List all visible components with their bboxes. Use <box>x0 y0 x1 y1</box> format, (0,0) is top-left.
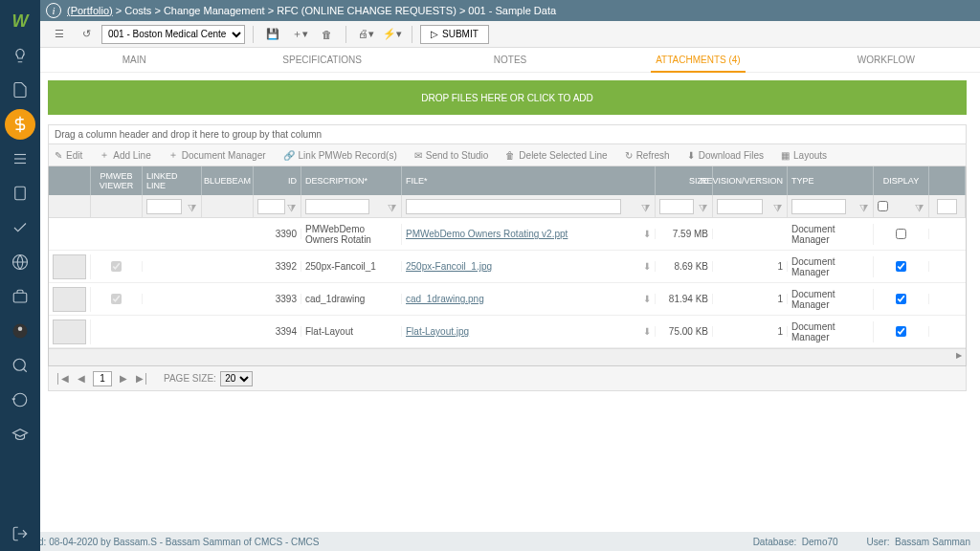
group-by-bar[interactable]: Drag a column header and drop it here to… <box>48 124 967 144</box>
col-pmweb[interactable]: PMWEB VIEWER <box>91 166 143 195</box>
col-type[interactable]: TYPE <box>788 166 874 195</box>
pager-page[interactable] <box>93 371 112 386</box>
cell-size: 75.00 KB <box>656 326 713 337</box>
nav-avatar[interactable] <box>5 316 35 346</box>
action-link-pmweb[interactable]: 🔗 Link PMWeb Record(s) <box>283 150 397 161</box>
tabs: MAIN SPECIFICATIONS NOTES ATTACHMENTS (4… <box>40 48 980 73</box>
nav-ideas[interactable] <box>5 40 35 71</box>
tab-main[interactable]: MAIN <box>40 48 228 72</box>
toolbar-list-icon[interactable]: ☰ <box>48 24 71 45</box>
toolbar-undo-icon[interactable]: ↺ <box>75 24 98 45</box>
filter-display[interactable] <box>878 201 888 211</box>
action-layouts[interactable]: ▦ Layouts <box>781 150 827 161</box>
table-row[interactable]: 3390PMWebDemo Owners RotatinPMWebDemo Ow… <box>49 218 966 251</box>
nav-globe[interactable] <box>5 247 35 277</box>
display-check[interactable] <box>896 229 906 239</box>
pager-last[interactable]: ▶│ <box>135 373 150 384</box>
svg-point-8 <box>13 359 25 370</box>
filter-linked[interactable] <box>146 199 182 214</box>
download-icon[interactable]: ⬇ <box>643 229 651 239</box>
project-select[interactable]: 001 - Boston Medical Center - Samp <box>101 25 245 44</box>
add-icon[interactable]: ＋▾ <box>288 24 311 45</box>
display-check[interactable] <box>896 261 906 272</box>
submit-button[interactable]: ▷ SUBMIT <box>420 25 489 44</box>
save-icon[interactable]: 💾 <box>261 24 284 45</box>
action-download[interactable]: ⬇ Download Files <box>687 150 764 161</box>
grid-hscroll[interactable] <box>49 348 966 365</box>
nav-search[interactable] <box>5 350 35 381</box>
action-edit[interactable]: ✎ Edit <box>55 150 82 161</box>
tab-attachments[interactable]: ATTACHMENTS (4) <box>604 48 791 72</box>
display-check[interactable] <box>896 294 906 304</box>
pager-size-label: PAGE SIZE: <box>164 373 216 384</box>
grid-filter-row: ⧩ ⧩ ⧩ ⧩ ⧩ ⧩ ⧩ ⧩ <box>49 195 966 218</box>
cell-size: 7.59 MB <box>656 229 713 239</box>
nav-logout[interactable] <box>5 518 35 549</box>
col-linked[interactable]: LINKED LINE <box>143 166 202 195</box>
delete-icon[interactable]: 🗑 <box>315 24 338 45</box>
nav-docs[interactable] <box>5 75 35 105</box>
tab-workflow[interactable]: WORKFLOW <box>792 48 980 72</box>
col-id[interactable]: ID <box>254 166 301 195</box>
thumbnail <box>53 287 86 312</box>
download-icon[interactable]: ⬇ <box>643 261 651 272</box>
filter-desc[interactable] <box>305 199 369 214</box>
action-delete[interactable]: 🗑 Delete Selected Line <box>505 150 607 161</box>
cell-size: 81.94 KB <box>656 294 713 304</box>
table-row[interactable]: 3393cad_1drawingcad_1drawing.png⬇81.94 K… <box>49 283 966 316</box>
filter-file[interactable] <box>406 199 621 214</box>
table-row[interactable]: 3392250px-Fancoil_1250px-Fancoil_1.jpg⬇8… <box>49 251 966 283</box>
display-check[interactable] <box>896 326 906 337</box>
action-send-studio[interactable]: ✉ Send to Studio <box>414 150 489 161</box>
cell-desc: 250px-Fancoil_1 <box>301 261 402 272</box>
action-refresh[interactable]: ↻ Refresh <box>625 150 670 161</box>
filter-type[interactable] <box>791 199 846 214</box>
logo[interactable]: W <box>5 6 35 36</box>
nav-costs[interactable] <box>5 109 35 140</box>
col-display[interactable]: DISPLAY <box>874 166 929 195</box>
toolbar: ☰ ↺ 001 - Boston Medical Center - Samp 💾… <box>40 21 980 48</box>
action-doc-mgr[interactable]: ＋ Document Manager <box>168 148 266 162</box>
nav-list[interactable] <box>5 143 35 174</box>
pager-next[interactable]: ▶ <box>116 373 131 384</box>
cell-rev: 1 <box>713 294 788 304</box>
print-icon[interactable]: 🖨▾ <box>354 24 377 45</box>
bolt-icon[interactable]: ⚡▾ <box>381 24 404 45</box>
download-icon[interactable]: ⬇ <box>643 294 651 304</box>
svg-rect-5 <box>13 293 27 302</box>
col-desc[interactable]: DESCRIPTION* <box>301 166 402 195</box>
file-link[interactable]: PMWebDemo Owners Rotating v2.ppt <box>406 229 568 239</box>
nav-tablet[interactable] <box>5 178 35 209</box>
filter-size[interactable] <box>659 199 694 214</box>
thumbnail <box>53 320 86 344</box>
attachments-grid: PMWEB VIEWER LINKED LINE BLUEBEAM ID DES… <box>48 166 967 366</box>
action-add-line[interactable]: ＋ Add Line <box>100 148 150 162</box>
breadcrumb-portfolio[interactable]: (Portfolio) <box>67 5 113 16</box>
nav-history[interactable] <box>5 385 35 415</box>
tab-notes[interactable]: NOTES <box>416 48 604 72</box>
col-rev[interactable]: REVISION/VERSION <box>713 166 788 195</box>
col-bluebeam[interactable]: BLUEBEAM <box>202 166 254 195</box>
svg-point-7 <box>18 327 23 332</box>
info-icon[interactable]: i <box>46 3 61 18</box>
nav-briefcase[interactable] <box>5 281 35 312</box>
cell-type: Document Manager <box>788 224 874 245</box>
pager-first[interactable]: │◀ <box>55 373 70 384</box>
filter-last[interactable] <box>937 199 956 214</box>
nav-check[interactable] <box>5 212 35 243</box>
file-link[interactable]: Flat-Layout.jpg <box>406 326 469 337</box>
dropzone[interactable]: DROP FILES HERE OR CLICK TO ADD <box>48 80 967 115</box>
file-link[interactable]: cad_1drawing.png <box>406 294 484 304</box>
table-row[interactable]: 3394Flat-LayoutFlat-Layout.jpg⬇75.00 KB1… <box>49 316 966 348</box>
pager-size[interactable]: 20 <box>220 371 253 386</box>
filter-rev[interactable] <box>717 199 763 214</box>
action-bar: ✎ Edit ＋ Add Line ＋ Document Manager 🔗 L… <box>48 144 967 166</box>
download-icon[interactable]: ⬇ <box>643 326 651 337</box>
filter-id[interactable] <box>257 199 285 214</box>
sidebar: W <box>0 0 40 551</box>
pager-prev[interactable]: ◀ <box>74 373 89 384</box>
nav-education[interactable] <box>5 419 35 450</box>
col-file[interactable]: FILE* <box>402 166 656 195</box>
file-link[interactable]: 250px-Fancoil_1.jpg <box>406 261 492 272</box>
tab-specs[interactable]: SPECIFICATIONS <box>228 48 415 72</box>
